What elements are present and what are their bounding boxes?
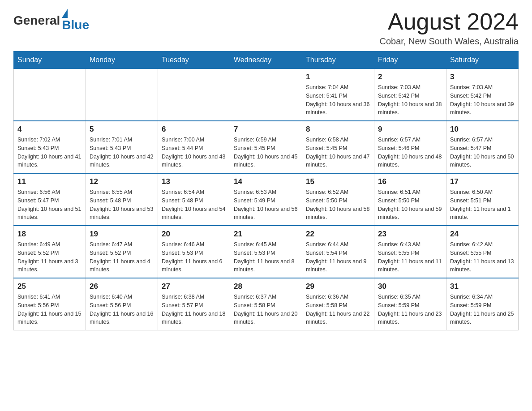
calendar-cell: 2Sunrise: 7:03 AM Sunset: 5:42 PM Daylig… xyxy=(374,69,446,121)
calendar-cell: 29Sunrise: 6:36 AM Sunset: 5:58 PM Dayli… xyxy=(302,278,374,330)
calendar-cell: 22Sunrise: 6:44 AM Sunset: 5:54 PM Dayli… xyxy=(302,226,374,278)
day-info: Sunrise: 6:57 AM Sunset: 5:47 PM Dayligh… xyxy=(450,136,515,169)
day-number: 31 xyxy=(450,282,515,291)
day-info: Sunrise: 6:52 AM Sunset: 5:50 PM Dayligh… xyxy=(306,188,370,222)
day-info: Sunrise: 7:03 AM Sunset: 5:42 PM Dayligh… xyxy=(450,83,515,117)
day-info: Sunrise: 7:03 AM Sunset: 5:42 PM Dayligh… xyxy=(378,83,442,117)
day-number: 27 xyxy=(162,282,226,291)
calendar-cell: 15Sunrise: 6:52 AM Sunset: 5:50 PM Dayli… xyxy=(302,173,374,226)
day-number: 6 xyxy=(162,125,226,134)
day-number: 4 xyxy=(17,125,82,134)
day-info: Sunrise: 6:50 AM Sunset: 5:51 PM Dayligh… xyxy=(450,188,515,222)
day-number: 25 xyxy=(17,282,82,291)
day-info: Sunrise: 6:47 AM Sunset: 5:52 PM Dayligh… xyxy=(90,240,154,274)
day-number: 7 xyxy=(234,125,298,134)
day-number: 28 xyxy=(234,282,298,291)
calendar-cell: 11Sunrise: 6:56 AM Sunset: 5:47 PM Dayli… xyxy=(14,173,86,226)
calendar-cell xyxy=(230,69,302,121)
day-info: Sunrise: 6:42 AM Sunset: 5:55 PM Dayligh… xyxy=(450,240,515,274)
calendar-cell: 18Sunrise: 6:49 AM Sunset: 5:52 PM Dayli… xyxy=(14,226,86,278)
day-info: Sunrise: 7:04 AM Sunset: 5:41 PM Dayligh… xyxy=(306,83,370,117)
day-info: Sunrise: 6:41 AM Sunset: 5:56 PM Dayligh… xyxy=(17,293,82,326)
day-number: 9 xyxy=(378,125,442,134)
weekday-header-monday: Monday xyxy=(86,51,158,69)
calendar-cell: 23Sunrise: 6:43 AM Sunset: 5:55 PM Dayli… xyxy=(374,226,446,278)
day-number: 8 xyxy=(306,125,370,134)
day-number: 26 xyxy=(90,282,154,291)
day-number: 14 xyxy=(234,177,298,186)
calendar-week-3: 11Sunrise: 6:56 AM Sunset: 5:47 PM Dayli… xyxy=(14,173,519,226)
calendar-cell: 17Sunrise: 6:50 AM Sunset: 5:51 PM Dayli… xyxy=(446,173,519,226)
day-number: 19 xyxy=(90,230,154,239)
day-info: Sunrise: 6:34 AM Sunset: 5:59 PM Dayligh… xyxy=(450,293,515,326)
day-info: Sunrise: 7:00 AM Sunset: 5:44 PM Dayligh… xyxy=(162,136,226,169)
day-info: Sunrise: 6:38 AM Sunset: 5:57 PM Dayligh… xyxy=(162,293,226,326)
day-number: 1 xyxy=(306,73,370,81)
logo-blue: Blue xyxy=(62,18,89,32)
day-number: 5 xyxy=(90,125,154,134)
weekday-header-sunday: Sunday xyxy=(14,51,86,69)
day-info: Sunrise: 6:56 AM Sunset: 5:47 PM Dayligh… xyxy=(17,188,82,222)
weekday-header-wednesday: Wednesday xyxy=(230,51,302,69)
day-info: Sunrise: 6:43 AM Sunset: 5:55 PM Dayligh… xyxy=(378,240,442,274)
logo-general: General xyxy=(13,13,60,28)
logo: General Blue xyxy=(13,9,89,32)
day-info: Sunrise: 6:44 AM Sunset: 5:54 PM Dayligh… xyxy=(306,240,370,274)
day-number: 2 xyxy=(378,73,442,81)
calendar-cell: 10Sunrise: 6:57 AM Sunset: 5:47 PM Dayli… xyxy=(446,121,519,173)
calendar-cell: 14Sunrise: 6:53 AM Sunset: 5:49 PM Dayli… xyxy=(230,173,302,226)
day-number: 29 xyxy=(306,282,370,291)
calendar-cell: 26Sunrise: 6:40 AM Sunset: 5:56 PM Dayli… xyxy=(86,278,158,330)
day-info: Sunrise: 6:37 AM Sunset: 5:58 PM Dayligh… xyxy=(234,293,298,326)
day-number: 15 xyxy=(306,177,370,186)
weekday-header-thursday: Thursday xyxy=(302,51,374,69)
day-info: Sunrise: 6:36 AM Sunset: 5:58 PM Dayligh… xyxy=(306,293,370,326)
day-info: Sunrise: 7:02 AM Sunset: 5:43 PM Dayligh… xyxy=(17,136,82,169)
day-info: Sunrise: 6:54 AM Sunset: 5:48 PM Dayligh… xyxy=(162,188,226,222)
title-block: August 2024 Cobar, New South Wales, Aust… xyxy=(379,9,519,47)
month-title: August 2024 xyxy=(379,9,519,34)
day-number: 16 xyxy=(378,177,442,186)
calendar-cell: 27Sunrise: 6:38 AM Sunset: 5:57 PM Dayli… xyxy=(158,278,230,330)
calendar-cell: 8Sunrise: 6:58 AM Sunset: 5:45 PM Daylig… xyxy=(302,121,374,173)
calendar-cell: 28Sunrise: 6:37 AM Sunset: 5:58 PM Dayli… xyxy=(230,278,302,330)
day-number: 17 xyxy=(450,177,515,186)
calendar-week-2: 4Sunrise: 7:02 AM Sunset: 5:43 PM Daylig… xyxy=(14,121,519,173)
day-number: 10 xyxy=(450,125,515,134)
day-number: 23 xyxy=(378,230,442,239)
calendar-cell xyxy=(158,69,230,121)
weekday-header-friday: Friday xyxy=(374,51,446,69)
day-info: Sunrise: 6:53 AM Sunset: 5:49 PM Dayligh… xyxy=(234,188,298,222)
day-info: Sunrise: 6:49 AM Sunset: 5:52 PM Dayligh… xyxy=(17,240,82,274)
calendar-cell xyxy=(14,69,86,121)
day-info: Sunrise: 6:58 AM Sunset: 5:45 PM Dayligh… xyxy=(306,136,370,169)
calendar-cell: 21Sunrise: 6:45 AM Sunset: 5:53 PM Dayli… xyxy=(230,226,302,278)
calendar-cell: 1Sunrise: 7:04 AM Sunset: 5:41 PM Daylig… xyxy=(302,69,374,121)
day-number: 22 xyxy=(306,230,370,239)
day-info: Sunrise: 7:01 AM Sunset: 5:43 PM Dayligh… xyxy=(90,136,154,169)
calendar-cell: 12Sunrise: 6:55 AM Sunset: 5:48 PM Dayli… xyxy=(86,173,158,226)
day-number: 21 xyxy=(234,230,298,239)
calendar-week-5: 25Sunrise: 6:41 AM Sunset: 5:56 PM Dayli… xyxy=(14,278,519,330)
calendar-cell: 3Sunrise: 7:03 AM Sunset: 5:42 PM Daylig… xyxy=(446,69,519,121)
weekday-header-saturday: Saturday xyxy=(446,51,519,69)
day-info: Sunrise: 6:45 AM Sunset: 5:53 PM Dayligh… xyxy=(234,240,298,274)
location-subtitle: Cobar, New South Wales, Australia xyxy=(379,36,519,47)
calendar-cell: 7Sunrise: 6:59 AM Sunset: 5:45 PM Daylig… xyxy=(230,121,302,173)
day-number: 30 xyxy=(378,282,442,291)
weekday-header-row: SundayMondayTuesdayWednesdayThursdayFrid… xyxy=(14,51,519,69)
calendar-cell: 24Sunrise: 6:42 AM Sunset: 5:55 PM Dayli… xyxy=(446,226,519,278)
calendar-cell: 20Sunrise: 6:46 AM Sunset: 5:53 PM Dayli… xyxy=(158,226,230,278)
day-info: Sunrise: 6:59 AM Sunset: 5:45 PM Dayligh… xyxy=(234,136,298,169)
calendar-cell: 19Sunrise: 6:47 AM Sunset: 5:52 PM Dayli… xyxy=(86,226,158,278)
calendar-cell: 31Sunrise: 6:34 AM Sunset: 5:59 PM Dayli… xyxy=(446,278,519,330)
calendar-week-1: 1Sunrise: 7:04 AM Sunset: 5:41 PM Daylig… xyxy=(14,69,519,121)
calendar-cell xyxy=(86,69,158,121)
day-number: 20 xyxy=(162,230,226,239)
page-header: General Blue August 2024 Cobar, New Sout… xyxy=(13,9,519,47)
day-info: Sunrise: 6:51 AM Sunset: 5:50 PM Dayligh… xyxy=(378,188,442,222)
calendar-cell: 30Sunrise: 6:35 AM Sunset: 5:59 PM Dayli… xyxy=(374,278,446,330)
day-number: 12 xyxy=(90,177,154,186)
calendar-week-4: 18Sunrise: 6:49 AM Sunset: 5:52 PM Dayli… xyxy=(14,226,519,278)
calendar-cell: 13Sunrise: 6:54 AM Sunset: 5:48 PM Dayli… xyxy=(158,173,230,226)
